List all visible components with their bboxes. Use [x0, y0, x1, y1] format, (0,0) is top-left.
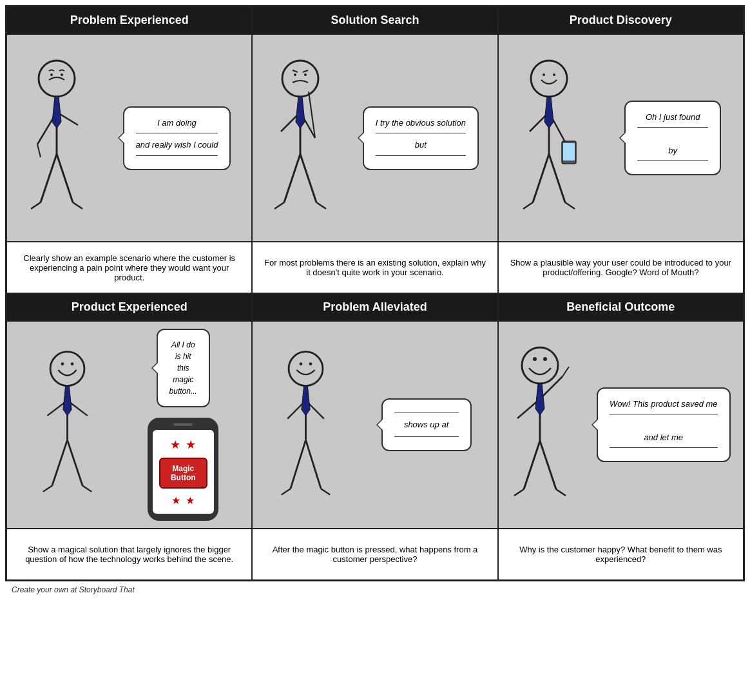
bubble-line-1a	[136, 133, 218, 133]
star-icon-4: ★	[186, 494, 195, 507]
stars-bottom: ★ ★	[171, 494, 195, 507]
scene-problem-experienced: I am doing and really wish I could	[7, 35, 251, 241]
star-icon-3: ★	[171, 494, 180, 507]
scene-content-2: I try the obvious solution but	[259, 41, 490, 235]
svg-line-56	[306, 440, 322, 489]
bubble-text-6a: Wow! This product saved me	[610, 398, 718, 411]
magic-button[interactable]: Magic Button	[159, 458, 207, 489]
header-product-discovery: Product Discovery	[499, 7, 743, 35]
svg-point-12	[282, 61, 318, 97]
svg-point-0	[39, 61, 75, 97]
header-product-experienced: Product Experienced	[7, 294, 251, 322]
svg-point-50	[309, 362, 312, 365]
bubble-line-6b	[610, 447, 718, 448]
bubble-text-3b: by	[637, 144, 708, 157]
svg-point-1	[50, 73, 53, 76]
stars-top: ★ ★	[170, 438, 196, 452]
speech-bubble-4: All I dois hitthismagicbutton...	[157, 329, 210, 407]
stick-figure-sad	[28, 54, 86, 222]
desc-text-3: Show a plausible way your user could be …	[509, 258, 733, 277]
bubble-line-1b	[136, 155, 218, 156]
row2-headers: Product Experienced	[6, 293, 744, 580]
scene-content-6: Wow! This product saved me and let me	[505, 328, 736, 521]
svg-point-14	[304, 73, 307, 76]
svg-line-33	[533, 154, 549, 202]
svg-marker-32	[544, 97, 553, 128]
svg-line-58	[322, 489, 331, 494]
speech-bubble-6: Wow! This product saved me and let me	[597, 387, 731, 463]
bubble-text-1a: I am doing	[136, 117, 218, 130]
svg-line-70	[556, 489, 566, 496]
scene-content-4: All I dois hitthismagicbutton... ★ ★	[14, 328, 245, 521]
panel-product-discovery: Product Discovery	[498, 6, 744, 293]
svg-point-38	[61, 362, 64, 365]
svg-point-48	[289, 352, 323, 386]
bubble-line-3b	[637, 160, 708, 161]
svg-marker-19	[296, 97, 305, 128]
panel-problem-experienced: Problem Experienced	[6, 6, 252, 293]
stick-figure-thinking	[271, 54, 329, 222]
scene-beneficial-outcome: Wow! This product saved me and let me	[499, 322, 743, 528]
bubble-line-6a	[610, 414, 718, 414]
header-beneficial-outcome: Beneficial Outcome	[499, 294, 743, 322]
bubble-text-3a: Oh I just found	[637, 111, 708, 124]
svg-line-9	[57, 154, 73, 202]
svg-point-61	[543, 357, 547, 361]
bubble-text-5a: shows up at	[394, 418, 459, 431]
description-problem-alleviated: After the magic button is pressed, what …	[253, 528, 497, 579]
svg-line-10	[31, 202, 41, 209]
svg-point-13	[294, 73, 296, 76]
scene-product-discovery: Oh I just found by	[499, 35, 743, 241]
svg-point-60	[533, 357, 537, 361]
svg-line-20	[284, 154, 300, 202]
bubble-text-1b: and really wish I could	[136, 139, 218, 151]
svg-rect-30	[563, 143, 575, 160]
phone-notch	[173, 423, 193, 426]
speech-bubble-5: shows up at	[381, 398, 472, 451]
bubble-line-2a	[376, 133, 466, 133]
svg-line-23	[316, 202, 326, 209]
panel-problem-alleviated: Problem Alleviated	[252, 293, 497, 580]
scene-solution-search: I try the obvious solution but	[253, 35, 497, 241]
stick-figure-happy-presenting	[40, 341, 95, 509]
bubble-text-2b: but	[376, 139, 466, 151]
svg-marker-7	[52, 97, 61, 128]
description-beneficial-outcome: Why is the customer happy? What benefit …	[499, 528, 743, 579]
svg-line-55	[291, 440, 306, 489]
panel-product-experienced: Product Experienced	[6, 293, 252, 580]
svg-marker-54	[302, 386, 310, 416]
speech-bubble-3: Oh I just found by	[624, 101, 721, 176]
desc-text-5: After the magic button is pressed, what …	[263, 545, 486, 564]
scene-product-experienced: All I dois hitthismagicbutton... ★ ★	[7, 322, 251, 528]
row1-headers: Problem Experienced	[6, 6, 744, 293]
svg-line-69	[514, 489, 524, 496]
footer: Create your own at Storyboard That	[5, 581, 745, 598]
svg-point-37	[50, 352, 84, 386]
panel-beneficial-outcome: Beneficial Outcome	[498, 293, 744, 580]
scene-problem-alleviated: shows up at	[253, 322, 497, 528]
svg-line-45	[68, 440, 83, 486]
phone-mockup: ★ ★ Magic Button ★ ★	[148, 418, 218, 521]
svg-point-49	[300, 362, 303, 365]
header-problem-alleviated: Problem Alleviated	[253, 294, 497, 322]
bubble-text-4a: All I dois hitthismagicbutton...	[169, 339, 197, 397]
svg-marker-66	[535, 384, 544, 415]
svg-point-26	[553, 73, 555, 76]
stick-figure-excited	[511, 341, 575, 509]
svg-line-5	[37, 144, 41, 157]
description-product-experienced: Show a magical solution that largely ign…	[7, 528, 251, 579]
svg-point-25	[543, 73, 545, 76]
header-solution-search: Solution Search	[253, 7, 497, 35]
description-solution-search: For most problems there is an existing s…	[253, 241, 497, 293]
star-icon-2: ★	[186, 438, 196, 452]
svg-line-67	[524, 441, 540, 489]
bubble-line-5a	[394, 413, 459, 413]
bubble-line-2b	[376, 155, 466, 156]
bubble-line-5b	[394, 436, 459, 437]
svg-point-24	[531, 61, 567, 97]
svg-marker-43	[63, 386, 72, 416]
desc-text-2: For most problems there is an existing s…	[263, 258, 486, 277]
desc-text-4: Show a magical solution that largely ign…	[17, 545, 241, 564]
svg-line-44	[52, 440, 68, 486]
speech-bubble-1: I am doing and really wish I could	[123, 106, 231, 170]
